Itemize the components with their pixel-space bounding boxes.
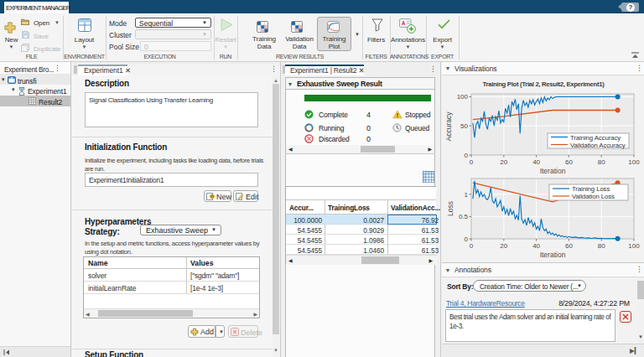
svg-text:100: 100 bbox=[628, 242, 640, 250]
svg-text:Iteration: Iteration bbox=[540, 167, 566, 175]
svg-text:20: 20 bbox=[500, 242, 507, 250]
svg-text:100: 100 bbox=[457, 93, 469, 101]
svg-text:60: 60 bbox=[565, 158, 573, 166]
svg-text:Validation Accuracy: Validation Accuracy bbox=[570, 142, 626, 149]
svg-text:0: 0 bbox=[465, 235, 469, 243]
svg-text:A: A bbox=[402, 20, 406, 26]
svg-text:50: 50 bbox=[460, 122, 468, 130]
svg-text:Training Accuracy: Training Accuracy bbox=[570, 134, 621, 142]
svg-text:60: 60 bbox=[565, 242, 573, 250]
svg-text:0: 0 bbox=[470, 158, 474, 166]
svg-text:1: 1 bbox=[465, 191, 469, 199]
svg-text:Loss: Loss bbox=[446, 201, 454, 216]
svg-text:Accuracy: Accuracy bbox=[444, 111, 453, 142]
svg-text:0: 0 bbox=[470, 242, 474, 250]
svg-text:0: 0 bbox=[465, 152, 469, 159]
svg-text:Training Loss: Training Loss bbox=[572, 185, 610, 193]
svg-text:Validation Loss: Validation Loss bbox=[572, 193, 615, 200]
svg-text:0.5: 0.5 bbox=[459, 213, 469, 220]
svg-text:80: 80 bbox=[598, 158, 605, 166]
svg-text:40: 40 bbox=[532, 242, 540, 250]
svg-text:Iteration: Iteration bbox=[540, 251, 566, 259]
svg-text:100: 100 bbox=[628, 158, 640, 166]
svg-text:40: 40 bbox=[532, 158, 540, 166]
svg-text:80: 80 bbox=[598, 242, 605, 250]
svg-text:20: 20 bbox=[500, 158, 507, 166]
